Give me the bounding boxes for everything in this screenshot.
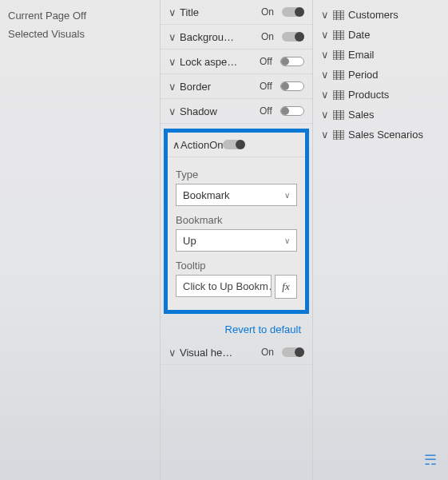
revert-to-default-link[interactable]: Revert to default bbox=[161, 315, 312, 340]
chevron-down-icon: ∨ bbox=[168, 105, 180, 117]
format-label: Title bbox=[180, 6, 261, 18]
format-label: Backgrou… bbox=[180, 31, 261, 43]
field-label: Customers bbox=[348, 9, 398, 21]
format-row-border[interactable]: ∨ Border Off bbox=[161, 74, 312, 99]
chevron-down-icon: ∨ bbox=[319, 29, 331, 41]
field-label: Sales Scenarios bbox=[348, 129, 423, 141]
toggle-switch[interactable] bbox=[280, 57, 304, 66]
bookmark-value: Up bbox=[183, 235, 196, 247]
bookmark-select[interactable]: Up ∨ bbox=[176, 229, 297, 252]
toggle-switch[interactable] bbox=[282, 32, 304, 42]
format-label: Lock aspe… bbox=[180, 56, 260, 68]
chevron-down-icon: ∨ bbox=[168, 56, 180, 68]
toggle-state: On bbox=[209, 139, 223, 151]
format-label: Border bbox=[180, 81, 260, 93]
chevron-down-icon: ∨ bbox=[168, 347, 180, 359]
table-icon bbox=[332, 130, 345, 140]
action-section-highlight: ∧ Action On Type Bookmark ∨ Bookmark Up … bbox=[164, 129, 309, 314]
table-icon bbox=[332, 70, 345, 80]
format-row-shadow[interactable]: ∨ Shadow Off bbox=[161, 99, 312, 124]
selected-visuals-item[interactable]: Selected Visuals bbox=[8, 25, 152, 43]
toggle-state: Off bbox=[260, 105, 280, 117]
toggle-switch[interactable] bbox=[280, 106, 304, 116]
table-icon bbox=[332, 110, 345, 120]
format-row-action[interactable]: ∧ Action On bbox=[168, 133, 305, 157]
chevron-down-icon: ∨ bbox=[319, 109, 331, 121]
format-row-visual-header[interactable]: ∨ Visual he… On bbox=[161, 340, 312, 365]
type-label: Type bbox=[176, 169, 297, 180]
toggle-switch[interactable] bbox=[282, 347, 304, 357]
toggle-state: On bbox=[261, 347, 282, 358]
toggle-switch[interactable] bbox=[282, 7, 304, 17]
fields-pane: ∨ Customers ∨ Date ∨ Email ∨ Period ∨ Pr… bbox=[313, 0, 448, 480]
toggle-state: Off bbox=[260, 81, 280, 92]
selection-pane: Current Page Off Selected Visuals bbox=[0, 0, 161, 480]
chevron-down-icon: ∨ bbox=[319, 69, 331, 81]
field-table-sales-scenarios[interactable]: ∨ Sales Scenarios bbox=[318, 125, 443, 145]
field-table-date[interactable]: ∨ Date bbox=[318, 25, 443, 45]
chevron-down-icon: ∨ bbox=[319, 129, 331, 141]
format-row-title[interactable]: ∨ Title On bbox=[161, 0, 312, 25]
chevron-down-icon: ∨ bbox=[168, 31, 180, 43]
type-select[interactable]: Bookmark ∨ bbox=[176, 184, 297, 206]
chevron-down-icon: ∨ bbox=[168, 81, 180, 93]
chevron-down-icon: ∨ bbox=[168, 6, 180, 18]
table-icon bbox=[332, 10, 345, 20]
field-table-products[interactable]: ∨ Products bbox=[318, 85, 443, 105]
field-label: Email bbox=[348, 49, 375, 61]
field-label: Sales bbox=[348, 109, 375, 121]
format-label: Shadow bbox=[180, 105, 260, 117]
chevron-down-icon: ∨ bbox=[319, 89, 331, 101]
field-table-customers[interactable]: ∨ Customers bbox=[318, 5, 443, 25]
type-value: Bookmark bbox=[183, 189, 230, 201]
tooltip-label: Tooltip bbox=[176, 260, 297, 272]
tooltip-input[interactable]: Click to Up Bookm… bbox=[176, 275, 272, 297]
format-label: Action bbox=[180, 139, 209, 151]
chevron-down-icon: ∨ bbox=[284, 236, 290, 245]
field-label: Products bbox=[348, 89, 389, 101]
chevron-down-icon: ∨ bbox=[319, 49, 331, 61]
toggle-switch[interactable] bbox=[280, 81, 304, 91]
field-table-period[interactable]: ∨ Period bbox=[318, 65, 443, 85]
current-page-item[interactable]: Current Page Off bbox=[8, 6, 152, 25]
format-pane: ∨ Title On ∨ Backgrou… On ∨ Lock aspe… O… bbox=[161, 0, 313, 480]
format-row-lock-aspect[interactable]: ∨ Lock aspe… Off bbox=[161, 50, 312, 74]
toggle-switch[interactable] bbox=[223, 140, 245, 149]
toggle-state: On bbox=[261, 6, 282, 18]
table-icon bbox=[332, 50, 345, 60]
chevron-down-icon: ∨ bbox=[284, 191, 290, 200]
field-table-email[interactable]: ∨ Email bbox=[318, 45, 443, 65]
toggle-state: On bbox=[261, 31, 282, 42]
toggle-state: Off bbox=[260, 56, 280, 67]
subscribe-icon: ☴ bbox=[424, 451, 437, 469]
table-icon bbox=[332, 30, 345, 40]
fx-button[interactable]: fx bbox=[275, 275, 297, 299]
chevron-up-icon: ∧ bbox=[172, 139, 180, 151]
field-label: Date bbox=[348, 29, 370, 41]
field-table-sales[interactable]: ∨ Sales bbox=[318, 105, 443, 125]
table-icon bbox=[332, 90, 345, 100]
chevron-down-icon: ∨ bbox=[319, 9, 331, 21]
format-label: Visual he… bbox=[180, 347, 261, 359]
format-row-background[interactable]: ∨ Backgrou… On bbox=[161, 25, 312, 50]
bookmark-label: Bookmark bbox=[176, 214, 297, 226]
field-label: Period bbox=[348, 69, 379, 81]
